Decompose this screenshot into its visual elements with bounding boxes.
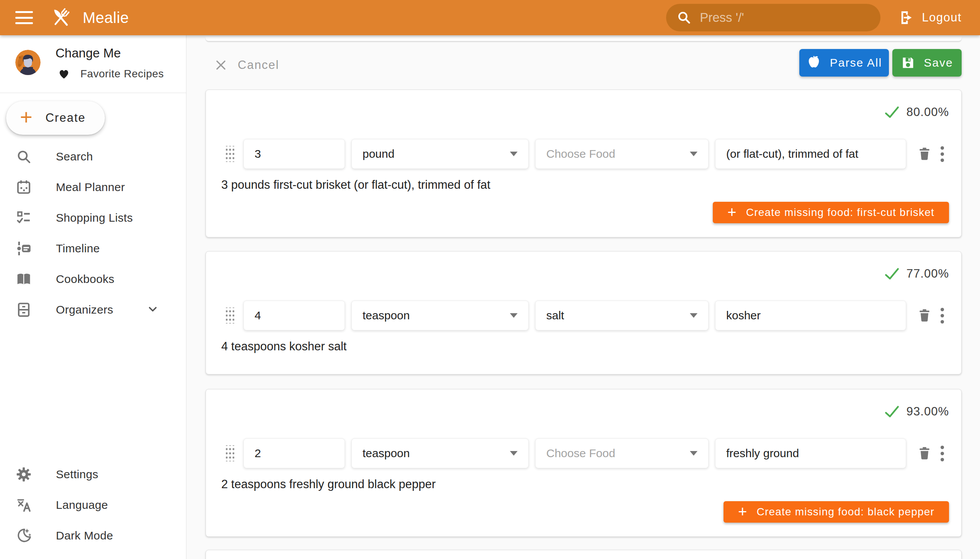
- amount-input[interactable]: [243, 139, 345, 169]
- note-input[interactable]: [715, 139, 906, 169]
- chevron-down-icon: [145, 302, 160, 318]
- confidence-indicator: 93.00%: [884, 403, 949, 420]
- search-input[interactable]: [700, 10, 870, 25]
- sidebar-item-dark-mode[interactable]: Dark Mode: [0, 520, 186, 551]
- confidence-indicator: 77.00%: [884, 265, 949, 282]
- delete-button[interactable]: [914, 301, 934, 331]
- kebab-icon: [940, 146, 944, 162]
- confidence-value: 93.00%: [907, 405, 949, 418]
- search-box[interactable]: [666, 4, 881, 31]
- sidebar-nav: Search Meal Planner: [0, 141, 186, 325]
- chevron-down-icon: [510, 152, 517, 156]
- chevron-down-icon: [690, 313, 697, 318]
- moon-icon: [15, 527, 32, 544]
- unit-select[interactable]: teaspoon: [351, 301, 529, 331]
- confidence-value: 80.00%: [907, 105, 949, 119]
- heart-icon: [58, 68, 70, 80]
- timeline-icon: [15, 240, 32, 257]
- cancel-button[interactable]: Cancel: [214, 55, 279, 76]
- chevron-down-icon: [510, 451, 517, 456]
- check-icon: [884, 404, 900, 419]
- note-input[interactable]: [715, 438, 906, 468]
- sidebar-item-search[interactable]: Search: [0, 141, 186, 172]
- drag-handle[interactable]: [226, 146, 234, 162]
- chevron-down-icon: [690, 451, 697, 456]
- scrolled-card-edge: [206, 37, 962, 41]
- sidebar-divider: [0, 93, 186, 93]
- app-title: Mealie: [83, 9, 129, 26]
- more-options-button[interactable]: [934, 139, 950, 169]
- sidebar-item-language[interactable]: Language: [0, 490, 186, 520]
- parse-all-button[interactable]: Parse All: [799, 49, 889, 76]
- create-missing-food-label: Create missing food: black pepper: [757, 506, 935, 518]
- create-missing-food-button[interactable]: + Create missing food: black pepper: [724, 501, 949, 523]
- sidebar: Change Me Favorite Recipes + Create Sear…: [0, 35, 187, 559]
- plus-icon: +: [20, 106, 33, 128]
- confidence-value: 77.00%: [907, 267, 949, 281]
- sidebar-item-cookbooks[interactable]: Cookbooks: [0, 264, 186, 294]
- check-icon: [884, 104, 900, 120]
- sidebar-footer: Settings Language Dark Mode: [0, 459, 186, 551]
- food-select[interactable]: Choose Food: [535, 438, 709, 468]
- ingredient-card: 93.00% teaspoon Choose Food: [206, 389, 962, 537]
- menu-icon[interactable]: [15, 11, 33, 24]
- logout-icon: [898, 10, 914, 26]
- kebab-icon: [940, 446, 944, 461]
- create-button-label: Create: [46, 111, 86, 125]
- drag-handle[interactable]: [226, 308, 234, 324]
- ingredient-card: 77.00% teaspoon salt: [206, 251, 962, 374]
- book-icon: [15, 271, 32, 288]
- food-select[interactable]: Choose Food: [535, 139, 709, 169]
- save-label: Save: [924, 56, 953, 69]
- cabinet-icon: [15, 301, 32, 318]
- save-button[interactable]: Save: [892, 49, 962, 76]
- app-header: Mealie Logout: [0, 0, 980, 35]
- plus-icon: +: [738, 504, 748, 519]
- check-icon: [884, 266, 900, 281]
- sidebar-item-organizers[interactable]: Organizers: [0, 294, 186, 325]
- sidebar-item-settings[interactable]: Settings: [0, 459, 186, 490]
- more-options-button[interactable]: [934, 438, 950, 468]
- chevron-down-icon: [510, 313, 517, 318]
- search-icon: [677, 10, 691, 25]
- gear-icon: [15, 466, 32, 483]
- ingredient-card: 80.00% pound Choose Food: [206, 89, 962, 237]
- cancel-label: Cancel: [238, 58, 279, 72]
- note-input[interactable]: [715, 301, 906, 331]
- close-icon: [214, 58, 228, 72]
- avatar[interactable]: [15, 50, 41, 75]
- trash-icon: [917, 308, 932, 323]
- create-button[interactable]: + Create: [6, 101, 105, 135]
- trash-icon: [917, 146, 932, 162]
- save-icon: [901, 56, 915, 70]
- app-logo-icon: [49, 6, 73, 30]
- more-options-button[interactable]: [934, 301, 950, 331]
- original-ingredient-text: 3 pounds first-cut brisket (or flat-cut)…: [221, 177, 946, 193]
- amount-input[interactable]: [243, 438, 345, 468]
- confidence-indicator: 80.00%: [884, 104, 949, 121]
- logout-label: Logout: [922, 11, 962, 25]
- logout-button[interactable]: Logout: [898, 10, 962, 26]
- translate-icon: [15, 496, 32, 513]
- amount-input[interactable]: [243, 301, 345, 331]
- delete-button[interactable]: [914, 438, 934, 468]
- unit-select[interactable]: pound: [351, 139, 529, 169]
- create-missing-food-button[interactable]: + Create missing food: first-cut brisket: [713, 202, 949, 223]
- sidebar-item-timeline[interactable]: Timeline: [0, 233, 186, 264]
- sidebar-item-shopping-lists[interactable]: Shopping Lists: [0, 203, 186, 233]
- trash-icon: [917, 446, 932, 461]
- ingredient-card-partial: [206, 550, 962, 559]
- checklist-icon: [15, 210, 32, 226]
- delete-button[interactable]: [914, 139, 934, 169]
- user-name: Change Me: [56, 46, 121, 61]
- favorite-recipes-link[interactable]: Favorite Recipes: [58, 68, 164, 80]
- food-select[interactable]: salt: [535, 301, 709, 331]
- drag-handle[interactable]: [226, 445, 234, 461]
- search-icon: [15, 148, 32, 165]
- unit-select[interactable]: teaspoon: [351, 438, 529, 468]
- sidebar-item-meal-planner[interactable]: Meal Planner: [0, 172, 186, 203]
- main-content: Cancel Parse All Save 80.00%: [187, 35, 980, 559]
- original-ingredient-text: 2 teaspoons freshly ground black pepper: [221, 477, 946, 492]
- original-ingredient-text: 4 teaspoons kosher salt: [221, 339, 946, 354]
- chevron-down-icon: [690, 152, 697, 156]
